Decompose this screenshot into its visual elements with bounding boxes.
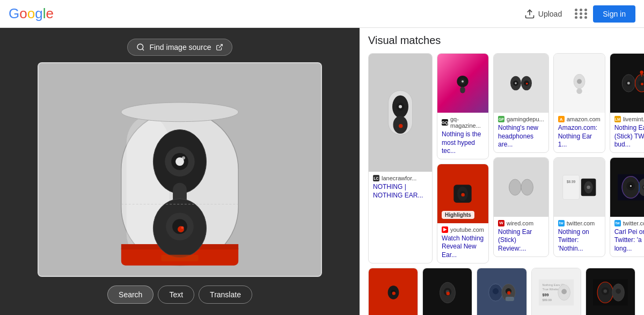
match-card-alezay[interactable]: AL alezay.com Nothing Ear 1 Wireless Ear… [586, 268, 635, 315]
svg-point-86 [507, 291, 510, 294]
svg-point-98 [603, 289, 607, 293]
svg-rect-87 [505, 297, 514, 301]
matches-col-2: GP gamingdepu... Nothing's new headphone… [493, 53, 549, 263]
bottom-actions: Search Text Translate [107, 285, 252, 304]
matches-row-2: W wired.com How Nothing Designed 'Ear 1.… [368, 268, 635, 315]
svg-point-61 [641, 83, 643, 85]
svg-rect-33 [460, 87, 465, 93]
lens-icon [136, 43, 145, 52]
sign-in-button[interactable]: Sign in [593, 5, 635, 23]
main-content: Find image source [0, 28, 644, 315]
wired-favicon: W [498, 220, 504, 226]
header: Google Upload Sign in [0, 0, 644, 28]
right-panel: Visual matches [360, 28, 644, 315]
svg-point-37 [462, 193, 465, 196]
svg-point-32 [462, 80, 464, 83]
svg-point-7 [121, 102, 238, 122]
svg-point-1 [137, 44, 143, 50]
twitter-favicon-2: tw [614, 220, 621, 226]
header-left: Google [9, 5, 54, 22]
svg-point-20 [181, 226, 184, 229]
match-card-info: LC lanecrawfor... NOTHING | NOTHING EAR.… [369, 172, 432, 203]
svg-rect-49 [576, 88, 582, 94]
google-logo: Google [9, 5, 54, 22]
find-source-label: Find image source [149, 43, 211, 52]
twitter-favicon-1: tw [558, 220, 565, 226]
match-card-livemint[interactable]: LM livemint.com Nothing Ear (Stick) TWS … [610, 53, 644, 153]
match-card-trusted[interactable]: ⚡ trustedrevie... Nothing Ear (1) vs Not… [477, 268, 526, 315]
amazon-favicon: A [558, 116, 565, 122]
matches-col-1: GQ gq-magazine... Nothing is the most hy… [437, 53, 489, 263]
match-card-yoho[interactable]: Nothing Ears (1) True Wireless $99 $89.9… [531, 268, 581, 315]
match-card-lazada[interactable]: LZ lazada.sg Nothing - Buy Nothing at Be… [422, 268, 472, 315]
svg-point-68 [630, 185, 632, 187]
svg-point-76 [392, 291, 395, 295]
svg-point-94 [561, 289, 567, 294]
svg-rect-50 [562, 175, 579, 200]
search-button[interactable]: Search [107, 285, 153, 304]
svg-point-44 [509, 179, 521, 195]
svg-point-100 [616, 288, 621, 294]
earbud-image [39, 62, 321, 277]
svg-point-45 [521, 179, 533, 195]
visual-matches-title: Visual matches [368, 34, 635, 47]
svg-point-54 [587, 186, 590, 189]
highlights-overlay: Highlights [442, 211, 474, 219]
svg-line-2 [143, 49, 144, 50]
upload-label: Upload [538, 10, 562, 18]
left-panel: Find image source [0, 28, 360, 315]
match-card-amazon[interactable]: A amazon.com Amazon.com: Nothing Ear 1..… [553, 53, 605, 153]
svg-point-43 [526, 83, 528, 84]
match-title: NOTHING | NOTHING EAR... [373, 183, 428, 200]
match-card-lanecrawford[interactable]: LC lanecrawfor... NOTHING | NOTHING EAR.… [368, 53, 433, 263]
source-name: lanecrawfor... [382, 175, 416, 181]
svg-point-80 [446, 291, 449, 295]
header-right: Upload Sign in [519, 5, 635, 23]
find-image-source-bar[interactable]: Find image source [127, 39, 232, 56]
source-favicon: LC [373, 175, 379, 181]
match-card-twitter-nothing[interactable]: $8.99 tw twitter.com Nothing on Twitter:… [553, 157, 605, 257]
text-button[interactable]: Text [158, 285, 194, 304]
svg-point-48 [577, 79, 582, 84]
match-card-wired-review[interactable]: W wired.com Nothing Ear (Stick) Review:.… [493, 157, 549, 257]
svg-point-40 [515, 82, 516, 84]
upload-icon [524, 9, 535, 19]
livemint-favicon: LM [614, 116, 621, 122]
svg-point-29 [399, 124, 403, 128]
youtube-favicon: ▶ [442, 226, 448, 233]
match-source: LC lanecrawfor... [373, 175, 428, 181]
translate-button[interactable]: Translate [199, 285, 252, 304]
svg-point-14 [182, 156, 185, 159]
match-card-wired-design[interactable]: W wired.com How Nothing Designed 'Ear 1.… [368, 268, 418, 315]
svg-text:$8.99: $8.99 [567, 180, 576, 184]
matches-col-3: A amazon.com Amazon.com: Nothing Ear 1..… [553, 53, 605, 263]
svg-point-62 [640, 70, 643, 74]
matches-col-4: LM livemint.com Nothing Ear (Stick) TWS … [610, 53, 644, 263]
svg-point-83 [492, 288, 498, 294]
svg-rect-22 [161, 255, 198, 261]
match-card-gq[interactable]: GQ gq-magazine... Nothing is the most hy… [437, 53, 489, 159]
svg-line-3 [218, 45, 222, 48]
svg-text:$99: $99 [542, 292, 548, 297]
match-card-twitter-carl[interactable]: tw twitter.com Carl Pei on Twitter: 'a l… [610, 157, 644, 257]
svg-text:$89.99: $89.99 [542, 298, 551, 302]
gaming-favicon: GP [498, 116, 504, 122]
uploaded-image-container [38, 62, 322, 277]
matches-row-1: LC lanecrawfor... NOTHING | NOTHING EAR.… [368, 53, 635, 263]
gq-favicon: GQ [442, 119, 448, 126]
match-card-youtube[interactable]: Highlights ▶ youtube.com Watch Nothing R… [437, 164, 489, 263]
external-link-icon [216, 43, 223, 51]
svg-point-26 [399, 105, 402, 108]
upload-button[interactable]: Upload [519, 5, 567, 23]
apps-icon[interactable] [574, 8, 587, 20]
match-card-gaming[interactable]: GP gamingdepu... Nothing's new headphone… [493, 53, 549, 153]
svg-point-58 [627, 82, 630, 85]
